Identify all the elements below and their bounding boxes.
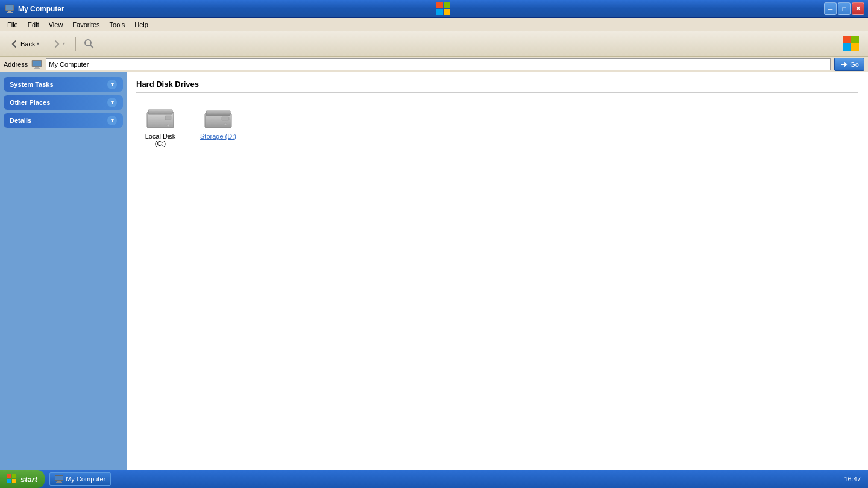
- svg-rect-6: [436, 9, 443, 15]
- sidebar-section-system-tasks: System Tasks ▾: [4, 77, 123, 92]
- svg-line-9: [90, 45, 93, 48]
- menu-tools[interactable]: Tools: [105, 20, 130, 30]
- svg-rect-11: [851, 36, 859, 43]
- storage-d-icon: [203, 104, 234, 130]
- back-dropdown-arrow[interactable]: ▾: [37, 41, 39, 46]
- svg-rect-27: [12, 474, 16, 478]
- system-tasks-label: System Tasks: [10, 81, 54, 88]
- svg-rect-10: [843, 36, 851, 43]
- svg-rect-16: [35, 67, 39, 68]
- start-button[interactable]: start: [0, 470, 45, 488]
- toolbar-separator: [75, 37, 76, 51]
- sidebar-section-other-places: Other Places ▾: [4, 95, 123, 110]
- address-computer-icon: [31, 60, 42, 69]
- details-chevron[interactable]: ▾: [107, 116, 117, 125]
- svg-rect-20: [165, 116, 171, 120]
- taskbar-items: My Computer: [45, 472, 837, 486]
- svg-point-25: [224, 123, 227, 125]
- start-label: start: [20, 475, 37, 484]
- svg-rect-1: [6, 5, 13, 10]
- taskbar-clock: 16:47: [837, 475, 868, 483]
- address-label: Address: [4, 61, 28, 68]
- forward-dropdown-arrow[interactable]: ▾: [63, 41, 65, 46]
- svg-rect-2: [8, 11, 11, 12]
- storage-d-label[interactable]: Storage (D:): [200, 133, 236, 140]
- clock-time: 16:47: [844, 475, 861, 483]
- back-arrow-icon: [10, 40, 19, 48]
- close-button[interactable]: ✕: [852, 2, 864, 15]
- local-disk-c-label: Local Disk (C:): [140, 133, 181, 147]
- windows-logo-titlebar: [435, 0, 453, 17]
- svg-rect-4: [436, 2, 443, 8]
- title-left: My Computer: [5, 4, 64, 14]
- taskbar-computer-icon: [55, 475, 63, 483]
- svg-rect-13: [851, 43, 859, 51]
- taskbar: start My Computer 16:47: [0, 470, 868, 488]
- svg-rect-26: [7, 474, 11, 478]
- drives-grid: Local Disk (C:): [136, 100, 858, 151]
- svg-point-21: [167, 124, 169, 127]
- other-places-chevron[interactable]: ▾: [107, 98, 117, 107]
- toolbar: Back ▾ ▾: [0, 31, 868, 57]
- other-places-label: Other Places: [10, 99, 50, 106]
- system-tasks-chevron[interactable]: ▾: [107, 80, 117, 89]
- svg-rect-3: [7, 12, 13, 13]
- search-icon: [83, 38, 95, 50]
- details-header[interactable]: Details ▾: [4, 113, 123, 128]
- svg-rect-24: [222, 117, 229, 120]
- svg-rect-32: [57, 481, 61, 482]
- computer-title-icon: [5, 4, 14, 14]
- svg-rect-17: [34, 68, 40, 69]
- title-text: My Computer: [18, 5, 64, 13]
- details-label: Details: [10, 117, 31, 124]
- sidebar-section-details: Details ▾: [4, 113, 123, 128]
- taskbar-my-computer[interactable]: My Computer: [49, 472, 111, 486]
- local-disk-c-icon: [145, 104, 176, 130]
- system-tasks-header[interactable]: System Tasks ▾: [4, 77, 123, 92]
- address-input[interactable]: [46, 58, 831, 70]
- forward-arrow-icon: [52, 40, 61, 48]
- menu-file[interactable]: File: [2, 20, 23, 30]
- title-bar: My Computer ─ □ ✕: [0, 0, 868, 18]
- go-label: Go: [850, 61, 859, 68]
- menu-bar: File Edit View Favorites Tools Help: [0, 18, 868, 31]
- address-bar: Address Go: [0, 57, 868, 72]
- section-title: Hard Disk Drives: [136, 80, 858, 93]
- back-label: Back: [20, 40, 35, 48]
- drive-storage-d[interactable]: Storage (D:): [194, 100, 242, 143]
- taskbar-my-computer-label: My Computer: [66, 475, 105, 483]
- go-arrow-icon: [840, 60, 848, 69]
- drive-local-c[interactable]: Local Disk (C:): [136, 100, 184, 151]
- svg-point-8: [85, 40, 91, 46]
- svg-rect-29: [12, 479, 16, 483]
- svg-rect-19: [148, 110, 172, 114]
- menu-edit[interactable]: Edit: [23, 20, 44, 30]
- menu-favorites[interactable]: Favorites: [68, 20, 104, 30]
- svg-rect-7: [444, 9, 450, 15]
- svg-rect-28: [7, 479, 11, 483]
- svg-rect-15: [33, 61, 41, 66]
- svg-rect-23: [206, 111, 230, 116]
- menu-help[interactable]: Help: [130, 20, 153, 30]
- winxp-logo-toolbar: [841, 33, 863, 55]
- svg-rect-33: [56, 482, 62, 483]
- minimize-button[interactable]: ─: [824, 2, 837, 15]
- main-area: System Tasks ▾ Other Places ▾ Details ▾ …: [0, 72, 868, 470]
- svg-rect-31: [55, 476, 63, 480]
- content-area: Hard Disk Drives: [127, 72, 868, 470]
- maximize-button[interactable]: □: [838, 2, 851, 15]
- svg-rect-5: [444, 2, 450, 8]
- windows-flag-icon: [7, 474, 17, 484]
- go-button[interactable]: Go: [834, 58, 864, 71]
- sidebar: System Tasks ▾ Other Places ▾ Details ▾: [0, 72, 127, 470]
- back-button[interactable]: Back ▾: [5, 37, 45, 51]
- other-places-header[interactable]: Other Places ▾: [4, 95, 123, 110]
- forward-button[interactable]: ▾: [47, 37, 71, 51]
- menu-view[interactable]: View: [44, 20, 68, 30]
- svg-rect-12: [843, 43, 851, 51]
- title-controls: ─ □ ✕: [824, 2, 864, 15]
